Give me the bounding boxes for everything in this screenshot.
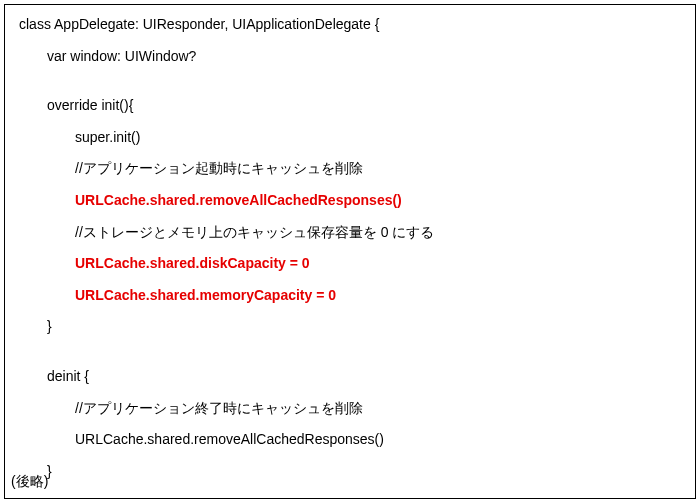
code-line: class AppDelegate: UIResponder, UIApplic… xyxy=(19,15,681,35)
code-line: deinit { xyxy=(19,367,681,387)
blank-line xyxy=(19,349,681,367)
page: class AppDelegate: UIResponder, UIApplic… xyxy=(0,0,700,503)
code-line: override init(){ xyxy=(19,96,681,116)
code-line-highlight: URLCache.shared.removeAllCachedResponses… xyxy=(19,191,681,211)
blank-line xyxy=(19,78,681,96)
code-line-highlight: URLCache.shared.memoryCapacity = 0 xyxy=(19,286,681,306)
code-line: super.init() xyxy=(19,128,681,148)
code-line: } xyxy=(19,317,681,337)
code-comment: //アプリケーション終了時にキャッシュを削除 xyxy=(19,399,681,419)
code-line: var window: UIWindow? xyxy=(19,47,681,67)
code-line: URLCache.shared.removeAllCachedResponses… xyxy=(19,430,681,450)
code-comment: //ストレージとメモリ上のキャッシュ保存容量を 0 にする xyxy=(19,223,681,243)
code-box: class AppDelegate: UIResponder, UIApplic… xyxy=(4,4,696,499)
code-line: } xyxy=(19,462,681,482)
footer-note: (後略) xyxy=(11,472,48,492)
code-line-highlight: URLCache.shared.diskCapacity = 0 xyxy=(19,254,681,274)
code-comment: //アプリケーション起動時にキャッシュを削除 xyxy=(19,159,681,179)
